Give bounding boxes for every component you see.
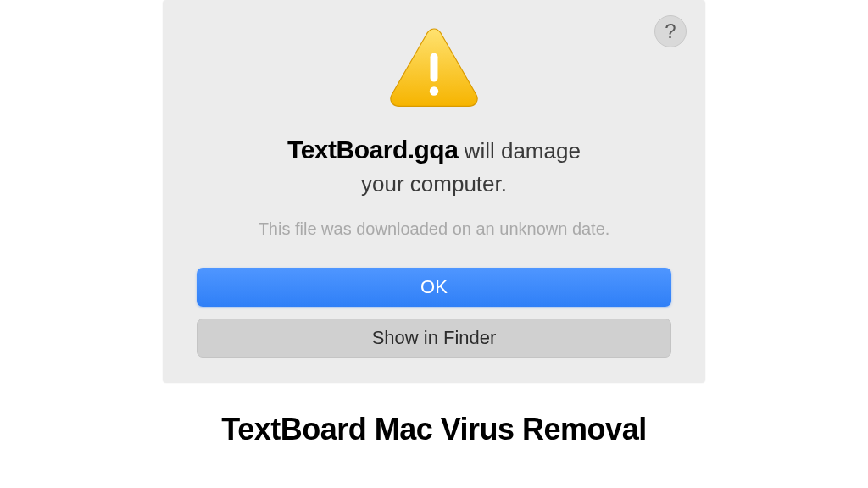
system-alert-dialog: ? TextBoard.gqa will damage your compute… (163, 0, 705, 383)
show-in-finder-button[interactable]: Show in Finder (197, 319, 671, 358)
app-name: TextBoard.gqa (287, 136, 458, 164)
alert-message: TextBoard.gqa will damage your computer. (287, 133, 581, 199)
alert-subtext: This file was downloaded on an unknown d… (259, 219, 610, 239)
warning-icon (387, 25, 481, 108)
svg-rect-0 (431, 53, 438, 82)
message-suffix: will damage (458, 138, 581, 164)
page-caption: TextBoard Mac Virus Removal (221, 412, 646, 447)
svg-point-1 (430, 86, 438, 95)
ok-button[interactable]: OK (197, 268, 671, 307)
message-line2: your computer. (287, 169, 581, 199)
show-button-label: Show in Finder (372, 327, 497, 349)
button-group: OK Show in Finder (197, 268, 671, 358)
help-icon: ? (665, 19, 676, 43)
ok-button-label: OK (420, 276, 448, 298)
help-button[interactable]: ? (654, 15, 687, 47)
